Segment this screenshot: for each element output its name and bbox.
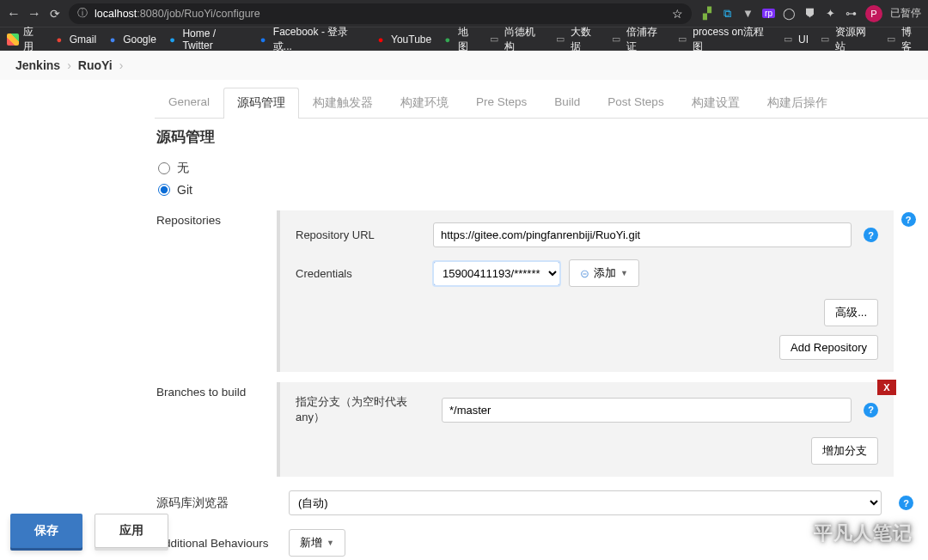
advanced-button[interactable]: 高级... (824, 299, 878, 326)
bookmark-item[interactable]: ●Home / Twitter (167, 27, 247, 52)
bookmark-item[interactable]: ▭UI (782, 33, 809, 46)
repo-url-label: Repository URL (296, 228, 424, 241)
repo-browser-label: 源码库浏览器 (156, 496, 277, 511)
bookmark-label: 倍浦存证 (626, 25, 667, 54)
branch-spec-input[interactable] (442, 398, 852, 423)
bookmark-item[interactable]: ●Facebook - 登录或... (257, 25, 364, 54)
tab-构建触发器[interactable]: 构建触发器 (299, 88, 387, 119)
bookmark-label: YouTube (391, 33, 431, 46)
bookmark-icon (7, 33, 19, 46)
bookmark-label: 尚德机构 (504, 25, 545, 54)
bookmark-icon: ▭ (488, 33, 500, 46)
crumb-sep: › (67, 58, 71, 72)
bookmark-icon: ● (375, 33, 387, 46)
url-port: :8080 (137, 8, 163, 20)
crumb-sep: › (119, 58, 124, 72)
profile-avatar[interactable]: P (865, 5, 882, 22)
bookmark-label: 资源网站 (835, 25, 876, 54)
branches-label: Branches to build (156, 382, 277, 399)
bookmark-label: UI (798, 33, 809, 46)
ext-icon-4[interactable]: rp (762, 9, 775, 18)
bookmark-icon: ▭ (885, 33, 897, 46)
key-icon[interactable]: ⊶ (845, 7, 858, 20)
help-icon[interactable]: ? (864, 403, 878, 417)
bookmark-item[interactable]: ●Google (107, 33, 156, 46)
repo-browser-select[interactable]: (自动) (289, 490, 882, 515)
apply-button[interactable]: 应用 (95, 514, 168, 548)
bookmarks-bar: 应用●Gmail●Google●Home / Twitter●Facebook … (0, 27, 928, 51)
delete-branch-button[interactable]: X (877, 380, 896, 395)
bookmark-star-icon[interactable]: ☆ (672, 7, 683, 21)
help-icon[interactable]: ? (901, 212, 916, 227)
tab-构建后操作[interactable]: 构建后操作 (754, 88, 841, 119)
caret-down-icon: ▼ (327, 539, 334, 547)
ext-icon-1[interactable]: ▞ (700, 7, 713, 20)
repo-url-input[interactable] (433, 222, 852, 247)
help-icon[interactable]: ? (864, 228, 878, 242)
tab-pre-steps[interactable]: Pre Steps (462, 88, 540, 119)
back-button[interactable]: ← (7, 7, 21, 21)
ext-icon-3[interactable]: ▼ (742, 7, 754, 20)
bookmark-label: 地图 (458, 25, 478, 54)
bookmark-item[interactable]: 应用 (7, 25, 43, 54)
tab-general[interactable]: General (155, 88, 223, 119)
bookmark-item[interactable]: ●地图 (442, 25, 478, 54)
bookmark-icon: ● (53, 33, 65, 46)
bookmark-label: Home / Twitter (182, 27, 247, 52)
section-title-scm: 源码管理 (146, 125, 928, 157)
ext-icon-6[interactable]: ⛊ (803, 7, 816, 20)
bookmark-item[interactable]: ▭尚德机构 (488, 25, 544, 54)
bookmark-item[interactable]: ▭倍浦存证 (611, 25, 667, 54)
scm-git-radio[interactable]: Git (156, 180, 918, 200)
ext-icon-5[interactable]: ◯ (783, 7, 796, 20)
credentials-label: Credentials (296, 267, 424, 280)
bookmark-label: Gmail (70, 33, 96, 46)
radio-none[interactable] (158, 162, 170, 174)
add-credentials-button[interactable]: 添加▼ (569, 259, 639, 287)
bookmark-label: 应用 (23, 25, 43, 54)
ext-icon-2[interactable]: ⧉ (721, 7, 734, 21)
tab-源码管理[interactable]: 源码管理 (223, 88, 299, 119)
pause-label: 已暂停 (890, 6, 921, 21)
tab-构建设置[interactable]: 构建设置 (678, 88, 754, 119)
forward-button[interactable]: → (27, 7, 41, 21)
bookmark-icon: ▭ (819, 33, 831, 46)
add-behaviour-button[interactable]: 新增▼ (289, 529, 345, 557)
help-icon[interactable]: ? (899, 496, 913, 510)
save-button[interactable]: 保存 (10, 514, 82, 548)
ext-icon-puzzle[interactable]: ✦ (824, 7, 837, 20)
bookmark-item[interactable]: ●YouTube (375, 33, 431, 46)
bookmark-item[interactable]: ▭资源网站 (819, 25, 875, 54)
url-host: localhost (95, 8, 137, 20)
bookmark-item[interactable]: ●Gmail (53, 33, 96, 46)
radio-git[interactable] (158, 184, 170, 196)
bookmark-item[interactable]: ▭process on流程图 (677, 25, 772, 54)
bookmark-icon: ▭ (677, 33, 689, 46)
bookmark-icon: ▭ (782, 33, 794, 46)
bookmark-icon: ● (257, 33, 269, 46)
additional-behaviours-label: Additional Behaviours (156, 537, 277, 550)
url-path: /job/RuoYi/configure (164, 8, 260, 20)
bookmark-item[interactable]: ▭大数据 (554, 25, 600, 54)
caret-down-icon: ▼ (620, 269, 628, 277)
crumb-job[interactable]: RuoYi (78, 58, 113, 72)
add-branch-button[interactable]: 增加分支 (811, 437, 878, 465)
crumb-jenkins[interactable]: Jenkins (15, 58, 60, 72)
breadcrumb: Jenkins › RuoYi › (0, 51, 928, 81)
bookmark-item[interactable]: ▭博客 (885, 25, 921, 54)
scm-none-radio[interactable]: 无 (156, 157, 918, 180)
tab-build[interactable]: Build (540, 88, 594, 119)
tab-post-steps[interactable]: Post Steps (594, 88, 677, 119)
bookmark-label: Google (123, 33, 156, 46)
add-repository-button[interactable]: Add Repository (779, 335, 878, 360)
bookmark-label: process on流程图 (693, 25, 772, 54)
tab-构建环境[interactable]: 构建环境 (387, 88, 462, 119)
address-bar[interactable]: ⓘ localhost:8080/job/RuoYi/configure ☆ (69, 3, 692, 24)
bookmark-label: 大数据 (571, 25, 601, 54)
credentials-select[interactable]: 15900411193/****** (433, 261, 560, 286)
branch-spec-label: 指定分支（为空时代表any） (296, 394, 433, 425)
bookmark-icon: ▭ (611, 33, 623, 46)
site-info-icon[interactable]: ⓘ (77, 6, 88, 21)
bookmark-label: Facebook - 登录或... (273, 25, 364, 54)
reload-button[interactable]: ⟳ (50, 7, 60, 21)
